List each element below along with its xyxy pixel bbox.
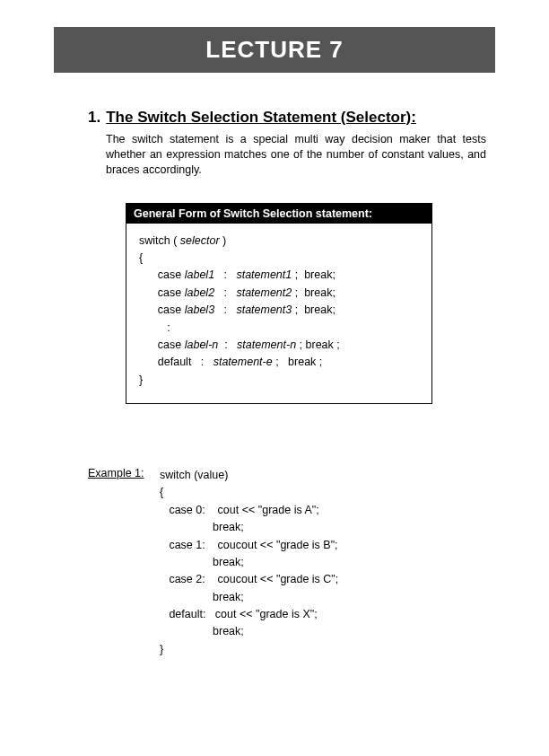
example-code: switch (value) { case 0: cout << "grade …: [160, 467, 338, 658]
form-box-body: switch ( selector ) { case label1 : stat…: [126, 224, 431, 403]
form-box-header: General Form of Switch Selection stateme…: [126, 204, 431, 224]
section: 1. The Switch Selection Statement (Selec…: [88, 109, 495, 178]
example-label: Example 1:: [88, 467, 160, 479]
example-block: Example 1: switch (value) { case 0: cout…: [88, 467, 495, 658]
general-form-box: General Form of Switch Selection stateme…: [126, 203, 432, 404]
section-heading: 1. The Switch Selection Statement (Selec…: [88, 109, 495, 127]
section-number: 1.: [88, 109, 100, 127]
lecture-banner: LECTURE 7: [54, 27, 495, 73]
section-body: The switch statement is a special multi …: [106, 132, 486, 178]
section-title: The Switch Selection Statement (Selector…: [106, 109, 416, 127]
